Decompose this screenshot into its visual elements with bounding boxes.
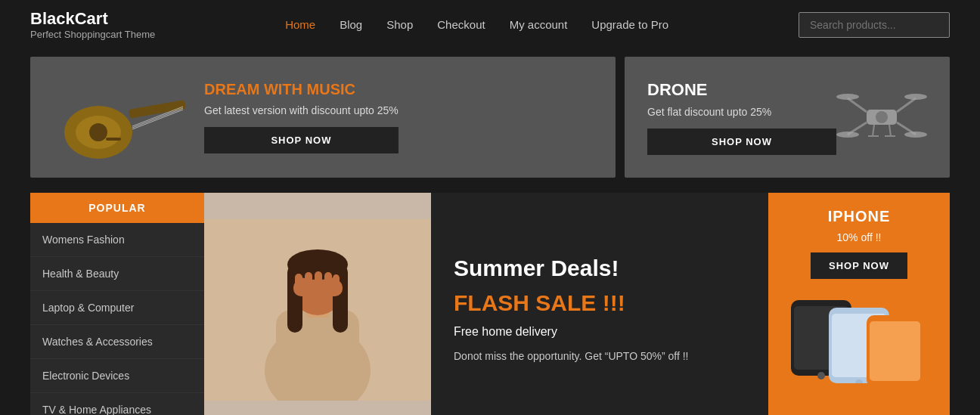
- svg-rect-32: [305, 272, 312, 289]
- svg-rect-35: [333, 274, 340, 288]
- promo-flash-suffix: SALE !!!: [535, 290, 625, 315]
- nav-blog[interactable]: Blog: [340, 18, 362, 31]
- svg-rect-33: [315, 271, 322, 289]
- iphone-panel: IPHONE 10% off !! SHOP NOW: [768, 193, 950, 415]
- sidebar-item-tv-home[interactable]: TV & Home Appliances: [30, 393, 204, 415]
- sidebar-item-watches[interactable]: Watches & Accessories: [30, 325, 204, 359]
- svg-rect-31: [295, 274, 302, 289]
- brand-title: BlackCart: [30, 9, 155, 29]
- center-promo: Summer Deals! FLASH SALE !!! Free home d…: [204, 193, 768, 415]
- svg-rect-34: [324, 272, 332, 289]
- banner-drone: DRONE Get flat discount upto 25% SHOP NO…: [625, 57, 950, 178]
- promo-delivery: Free home delivery: [454, 325, 746, 339]
- nav-upgrade[interactable]: Upgrade to Pro: [591, 18, 668, 31]
- sidebar-item-womens-fashion[interactable]: Womens Fashion: [30, 223, 204, 257]
- svg-point-15: [904, 94, 927, 100]
- svg-point-2: [89, 123, 107, 141]
- svg-line-18: [873, 125, 874, 136]
- svg-line-11: [897, 98, 916, 112]
- search-input[interactable]: [799, 12, 950, 38]
- promo-person-image: [204, 193, 431, 415]
- banner-music-shop-button[interactable]: SHOP NOW: [204, 127, 399, 153]
- promo-offer: Donot miss the opportunity. Get “UPTO 50…: [454, 348, 746, 364]
- sidebar: POPULAR Womens Fashion Health & Beauty L…: [30, 193, 204, 415]
- promo-headline: Summer Deals!: [454, 256, 746, 281]
- banner-music-text: DREAM WITH MUSIC Get latest version with…: [204, 81, 399, 153]
- nav-myaccount[interactable]: My account: [510, 18, 568, 31]
- promo-text-block: Summer Deals! FLASH SALE !!! Free home d…: [431, 193, 768, 415]
- iphone-shop-button[interactable]: SHOP NOW: [811, 252, 907, 279]
- iphone-discount: 10% off !!: [837, 231, 882, 243]
- svg-point-14: [836, 94, 859, 100]
- guitar-icon: [53, 72, 189, 163]
- svg-rect-3: [129, 100, 186, 119]
- promo-flash: FLASH SALE !!!: [454, 290, 746, 316]
- nav-shop[interactable]: Shop: [386, 18, 413, 31]
- sidebar-item-health-beauty[interactable]: Health & Beauty: [30, 257, 204, 291]
- svg-rect-43: [870, 321, 920, 381]
- sidebar-item-electronic-devices[interactable]: Electronic Devices: [30, 359, 204, 393]
- nav-checkout[interactable]: Checkout: [437, 18, 485, 31]
- banner-drone-shop-button[interactable]: SHOP NOW: [647, 129, 836, 155]
- sidebar-item-laptop-computer[interactable]: Laptop & Computer: [30, 291, 204, 325]
- svg-point-9: [876, 111, 888, 123]
- svg-point-38: [817, 372, 825, 379]
- main-section: POPULAR Womens Fashion Health & Beauty L…: [0, 193, 980, 415]
- nav-home[interactable]: Home: [285, 18, 315, 31]
- banner-music-title: DREAM WITH MUSIC: [204, 81, 399, 98]
- banners-section: DREAM WITH MUSIC Get latest version with…: [0, 49, 980, 185]
- header: BlackCart Perfect Shoppingcart Theme Hom…: [0, 0, 980, 49]
- banner-drone-desc: Get flat discount upto 25%: [647, 106, 836, 118]
- svg-point-17: [904, 132, 927, 138]
- drone-icon: [836, 83, 927, 151]
- svg-rect-7: [106, 138, 121, 141]
- iphone-title: IPHONE: [828, 208, 891, 225]
- banner-drone-title: DRONE: [647, 80, 836, 100]
- banner-drone-text: DRONE Get flat discount upto 25% SHOP NO…: [647, 80, 836, 155]
- banner-music: DREAM WITH MUSIC Get latest version with…: [30, 57, 616, 178]
- sidebar-header: POPULAR: [30, 193, 204, 223]
- iphone-image: [783, 293, 935, 383]
- svg-point-16: [836, 132, 859, 138]
- promo-flash-prefix: FLASH: [454, 290, 529, 315]
- brand-subtitle: Perfect Shoppingcart Theme: [30, 29, 155, 40]
- svg-line-10: [848, 98, 867, 112]
- main-nav: Home Blog Shop Checkout My account Upgra…: [285, 18, 668, 31]
- brand-block: BlackCart Perfect Shoppingcart Theme: [30, 9, 155, 40]
- banner-music-desc: Get latest version with discount upto 25…: [204, 104, 399, 116]
- svg-line-19: [889, 125, 891, 136]
